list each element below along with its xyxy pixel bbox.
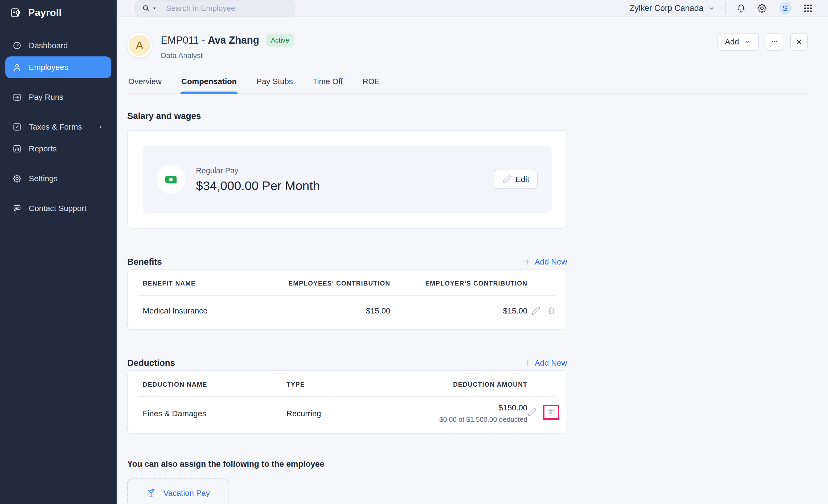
add-button-label: Add bbox=[725, 37, 739, 46]
delete-deduction-button[interactable] bbox=[547, 408, 555, 417]
column-header: DEDUCTION NAME bbox=[143, 381, 286, 388]
topbar: Zylker Corp Canada S bbox=[117, 0, 828, 17]
column-header: EMPLOYEES' CONTRIBUTION bbox=[276, 280, 390, 287]
benefits-section-title: Benefits bbox=[127, 257, 162, 267]
trash-icon bbox=[547, 408, 555, 417]
settings-icon bbox=[12, 174, 22, 183]
tab-compensation[interactable]: Compensation bbox=[180, 73, 238, 93]
row-actions bbox=[528, 306, 556, 315]
user-avatar[interactable]: S bbox=[777, 1, 793, 16]
sidebar-item-label: Employees bbox=[29, 63, 68, 72]
contact-support-icon bbox=[12, 203, 22, 213]
trash-icon bbox=[547, 306, 556, 315]
chevron-right-icon bbox=[97, 124, 105, 130]
edit-deduction-button[interactable] bbox=[528, 408, 536, 417]
delete-benefit-button[interactable] bbox=[547, 306, 556, 315]
notifications-bell-icon[interactable] bbox=[736, 3, 747, 13]
deductions-section-title: Deductions bbox=[127, 358, 175, 368]
deduction-name: Fines & Damages bbox=[143, 409, 286, 418]
add-new-label: Add New bbox=[535, 359, 567, 367]
sidebar-item-settings[interactable]: Settings bbox=[5, 168, 111, 189]
header-actions: Add bbox=[717, 33, 808, 51]
employee-role: Data Analyst bbox=[161, 51, 294, 60]
search-divider bbox=[161, 4, 161, 13]
sidebar-item-dashboard[interactable]: Dashboard bbox=[5, 35, 111, 56]
tab-time-off[interactable]: Time Off bbox=[312, 73, 344, 93]
add-button[interactable]: Add bbox=[717, 33, 759, 51]
salary-card: Regular Pay $34,000.00 Per Month Edit bbox=[127, 130, 567, 229]
dashboard-icon bbox=[12, 41, 22, 50]
apps-grid-icon[interactable] bbox=[803, 3, 813, 13]
topbar-divider bbox=[725, 2, 726, 14]
sidebar-item-pay-runs[interactable]: Pay Runs bbox=[5, 86, 111, 108]
tab-roe[interactable]: ROE bbox=[362, 73, 381, 93]
close-icon bbox=[795, 38, 803, 46]
benefits-section-head: Benefits Add New bbox=[127, 257, 567, 267]
employers-contribution: $15.00 bbox=[390, 306, 528, 315]
sidebar-item-taxes-forms[interactable]: Taxes & Forms bbox=[5, 116, 111, 138]
reports-icon bbox=[12, 144, 22, 153]
edit-button-label: Edit bbox=[515, 175, 529, 184]
pay-amount: $34,000.00 Per Month bbox=[196, 179, 320, 193]
deduction-amount: $150.00 bbox=[499, 403, 528, 412]
add-new-deduction-link[interactable]: Add New bbox=[523, 359, 567, 367]
deduction-progress: $0.00 of $1,500.00 deducted bbox=[439, 415, 528, 424]
chevron-down-icon bbox=[744, 38, 751, 45]
benefit-name: Medical Insurance bbox=[143, 306, 276, 315]
more-options-button[interactable] bbox=[766, 33, 783, 51]
pencil-icon bbox=[502, 175, 511, 184]
delete-deduction-highlight bbox=[543, 405, 560, 420]
column-header: EMPLOYER'S CONTRIBUTION bbox=[390, 280, 528, 287]
sidebar-item-label: Contact Support bbox=[29, 204, 86, 213]
main-column: Zylker Corp Canada S bbox=[117, 0, 828, 504]
more-options-icon bbox=[771, 38, 779, 46]
edit-salary-button[interactable]: Edit bbox=[494, 170, 538, 189]
deduction-amount-stack: $150.00 $0.00 of $1,500.00 deducted bbox=[401, 403, 528, 424]
user-avatar-initial: S bbox=[783, 4, 788, 13]
table-row: Medical Insurance $15.00 $15.00 bbox=[128, 295, 567, 329]
sidebar-item-label: Pay Runs bbox=[29, 93, 64, 102]
payroll-logo-icon bbox=[10, 7, 22, 18]
column-header: DEDUCTION AMOUNT bbox=[401, 381, 528, 388]
app-logo: Payroll bbox=[0, 0, 117, 26]
salary-text: Regular Pay $34,000.00 Per Month bbox=[196, 166, 320, 193]
tab-pay-stubs[interactable]: Pay Stubs bbox=[255, 73, 294, 93]
money-bill-icon bbox=[163, 172, 178, 187]
close-button[interactable] bbox=[790, 33, 808, 51]
employee-info: EMP011 - Ava Zhang Active Data Analyst bbox=[161, 33, 294, 60]
benefits-table-header: BENEFIT NAME EMPLOYEES' CONTRIBUTION EMP… bbox=[128, 270, 567, 295]
content: A EMP011 - Ava Zhang Active Data Analyst… bbox=[117, 17, 828, 504]
money-circle bbox=[157, 165, 185, 194]
global-search[interactable] bbox=[135, 0, 295, 16]
chevron-down-icon bbox=[708, 4, 715, 12]
assign-section-head: You can also assign the following to the… bbox=[127, 459, 567, 469]
add-new-benefit-link[interactable]: Add New bbox=[523, 257, 567, 266]
pencil-icon bbox=[531, 306, 540, 315]
employee-title: EMP011 - Ava Zhang bbox=[161, 35, 259, 46]
sidebar-item-reports[interactable]: Reports bbox=[5, 138, 111, 160]
edit-benefit-button[interactable] bbox=[531, 306, 540, 315]
plus-icon bbox=[523, 359, 531, 367]
settings-gear-icon[interactable] bbox=[757, 3, 767, 13]
deductions-section-head: Deductions Add New bbox=[127, 358, 567, 368]
add-new-label: Add New bbox=[535, 257, 567, 266]
app-root: Payroll Dashboard Employees bbox=[0, 0, 828, 504]
plus-icon bbox=[523, 258, 531, 266]
tab-overview[interactable]: Overview bbox=[127, 73, 163, 93]
sidebar: Payroll Dashboard Employees bbox=[0, 0, 117, 504]
taxes-forms-icon bbox=[12, 122, 22, 132]
employees-icon bbox=[12, 62, 22, 72]
search-input[interactable] bbox=[166, 4, 289, 13]
deductions-table-header: DEDUCTION NAME TYPE DEDUCTION AMOUNT bbox=[128, 371, 567, 396]
row-actions bbox=[528, 405, 560, 420]
pencil-icon bbox=[528, 408, 536, 417]
org-selector[interactable]: Zylker Corp Canada bbox=[630, 3, 715, 13]
vacation-pay-button[interactable]: Vacation Pay bbox=[127, 478, 229, 504]
sidebar-item-contact-support[interactable]: Contact Support bbox=[5, 197, 111, 219]
sidebar-item-employees[interactable]: Employees bbox=[5, 56, 111, 78]
search-scope-caret-icon[interactable] bbox=[152, 6, 157, 11]
sidebar-item-label: Dashboard bbox=[29, 41, 68, 50]
salary-inner-panel: Regular Pay $34,000.00 Per Month Edit bbox=[143, 145, 552, 213]
assign-section-title: You can also assign the following to the… bbox=[127, 459, 324, 469]
deduction-type: Recurring bbox=[286, 409, 401, 418]
